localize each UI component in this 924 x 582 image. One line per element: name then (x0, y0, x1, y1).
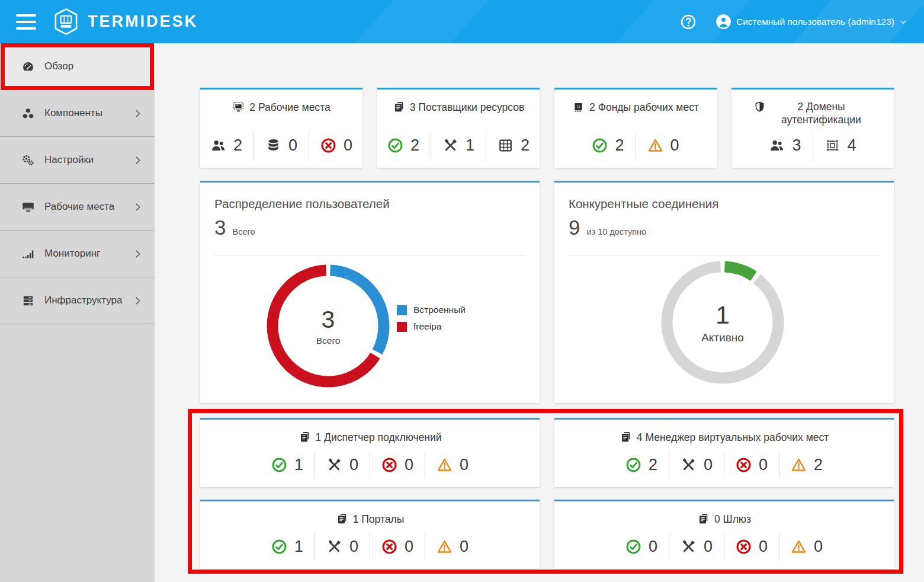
stat-value: 1 (294, 538, 303, 556)
error-circle-icon (736, 539, 752, 555)
chart-title: Распределение пользователей (214, 197, 390, 211)
stat-value: 2 (233, 136, 242, 155)
card-title: 2 Рабочие места (200, 89, 362, 114)
workplace-monitor-icon (232, 101, 245, 113)
users-icon (210, 137, 226, 154)
cubes-icon (21, 107, 35, 120)
card-title: 0 Шлюз (554, 501, 894, 526)
brand-logo[interactable]: TERMIDESK (52, 8, 198, 36)
check-circle-icon (625, 457, 641, 473)
legend-label: freeipa (413, 321, 441, 332)
chevron-right-icon (133, 249, 143, 259)
legend-label: Встроенный (413, 305, 466, 315)
stat-value: 2 (410, 136, 419, 155)
stat-value: 2 (814, 456, 823, 474)
chevron-right-icon (133, 202, 143, 212)
stat-card-auth-domains[interactable]: 2 Домены аутентификации 3 4 (732, 88, 894, 168)
user-menu[interactable]: Системный пользователь (admin123) (716, 14, 907, 30)
card-title: 1 Диспетчер подключений (200, 420, 540, 445)
chart-title: Конкурентные соединения (569, 197, 718, 211)
bar-chart-icon (21, 247, 35, 261)
users-icon (769, 137, 785, 154)
help-icon[interactable] (680, 14, 697, 30)
sidebar-item-infrastructure[interactable]: Инфраструктура (0, 277, 155, 324)
legend-swatch (397, 305, 407, 315)
tools-icon (681, 539, 697, 555)
stat-value: 0 (759, 456, 768, 474)
card-stats: 2 0 0 (200, 132, 362, 159)
sidebar-item-label: Инфраструктура (44, 295, 122, 306)
warning-triangle-icon (791, 457, 807, 473)
stat-value: 4 (848, 136, 856, 155)
warning-triangle-icon (647, 137, 663, 154)
sidebar-item-label: Рабочие места (44, 201, 114, 213)
shield-icon (753, 101, 766, 113)
sidebar-item-overview[interactable]: Обзор (0, 43, 155, 90)
stat-value: 0 (344, 136, 352, 155)
sidebar-item-components[interactable]: Компоненты (0, 90, 155, 137)
stat-value: 0 (405, 538, 413, 556)
chart-card-user-distribution: Распределение пользователей 3 Всего 3 Вс… (200, 181, 540, 403)
stat-card-workplace-pools[interactable]: 2 Фонды рабочих мест 2 0 (554, 88, 717, 168)
stat-value: 0 (649, 538, 657, 556)
termidesk-hexagon-icon (52, 8, 80, 36)
card-title: 3 Поставщики ресурсов (377, 89, 540, 114)
stat-value: 0 (460, 456, 469, 474)
stat-value: 0 (349, 456, 358, 474)
component-card-vdi-manager[interactable]: 4 Менеджер виртуальных рабочих мест 2 0 … (554, 418, 894, 487)
grid-icon (498, 137, 514, 154)
dashboard-gauge-icon (21, 60, 35, 73)
summary-value: 3 (214, 216, 226, 239)
resource-provider-icon (393, 101, 405, 113)
tools-icon (326, 539, 342, 555)
stat-card-workplaces[interactable]: 2 Рабочие места 2 0 0 (200, 88, 362, 168)
check-circle-icon (625, 539, 641, 555)
error-circle-icon (320, 137, 336, 154)
chevron-right-icon (133, 155, 143, 165)
sidebar-item-label: Настройки (44, 154, 94, 166)
legend-item: freeipa (397, 321, 466, 332)
user-name: Системный пользователь (admin123) (736, 17, 894, 27)
warning-triangle-icon (437, 539, 453, 555)
error-circle-icon (381, 457, 397, 473)
stat-value: 0 (704, 538, 713, 556)
check-circle-icon (592, 137, 608, 154)
sidebar-item-monitoring[interactable]: Мониторинг (0, 231, 155, 277)
card-stats: 2 0 0 2 (554, 451, 894, 478)
chip-icon (572, 101, 585, 113)
card-stats: 2 0 (554, 132, 717, 159)
card-title: 2 Домены аутентификации (732, 89, 894, 127)
tools-icon (442, 137, 458, 154)
resource-provider-icon (697, 513, 710, 525)
warning-triangle-icon (437, 457, 453, 473)
component-card-gateway[interactable]: 0 Шлюз 0 0 0 0 (554, 500, 894, 569)
gears-icon (21, 154, 35, 167)
check-circle-icon (271, 539, 287, 555)
chevron-down-icon (899, 18, 907, 26)
card-stats: 1 0 0 0 (200, 451, 540, 478)
server-stack-icon (21, 294, 35, 308)
menu-icon[interactable] (16, 14, 36, 30)
sidebar-item-workplaces[interactable]: Рабочие места (0, 184, 155, 231)
sidebar: Обзор Компоненты Настройки Рабочие места… (0, 43, 155, 582)
tools-icon (326, 457, 342, 473)
stat-value: 2 (649, 456, 657, 474)
component-card-portals[interactable]: 1 Порталы 1 0 0 0 (200, 500, 540, 569)
check-circle-icon (271, 457, 287, 473)
stat-value: 2 (521, 136, 530, 155)
concurrent-connections-donut-chart[interactable] (661, 261, 784, 384)
component-card-connection-dispatcher[interactable]: 1 Диспетчер подключений 1 0 0 0 (200, 418, 540, 487)
stat-value: 0 (670, 136, 679, 155)
stat-value: 0 (759, 538, 768, 556)
topbar: TERMIDESK Системный пользователь (admin1… (0, 0, 924, 43)
divider (569, 255, 880, 255)
database-icon (265, 137, 281, 154)
user-distribution-donut-chart[interactable] (267, 264, 390, 388)
card-title: 4 Менеджер виртуальных рабочих мест (554, 420, 894, 445)
stat-value: 1 (466, 136, 474, 155)
monitor-icon (21, 200, 35, 214)
sidebar-item-settings[interactable]: Настройки (0, 137, 155, 184)
sidebar-item-label: Мониторинг (44, 248, 100, 260)
legend-swatch (397, 322, 407, 332)
stat-card-resource-providers[interactable]: 3 Поставщики ресурсов 2 1 2 (377, 88, 540, 168)
